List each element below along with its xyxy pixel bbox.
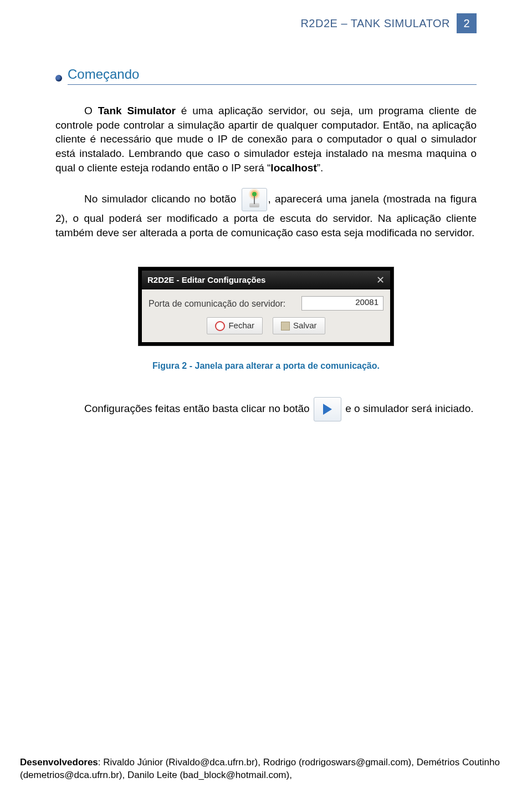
dialog-field-row: Porta de comunicação do servidor: 20081 — [149, 296, 383, 311]
text: No simulador clicando no botão — [84, 193, 241, 205]
text: ”. — [317, 162, 324, 174]
paragraph-3: Configurações feitas então basta clicar … — [55, 397, 477, 421]
text: e o simulador será iniciado. — [342, 403, 474, 414]
stop-icon — [215, 321, 225, 331]
bullet-icon — [55, 75, 62, 82]
page-footer: Desenvolvedores: Rivaldo Júnior (Rivaldo… — [20, 756, 512, 782]
page-header: R2D2E – TANK SIMULATOR 2 — [55, 0, 477, 33]
text: O — [84, 105, 98, 116]
text-bold: localhost — [270, 162, 316, 174]
dialog-title-text: R2D2E - Editar Configurações — [147, 274, 265, 286]
section-title: Começando — [68, 67, 477, 85]
save-icon — [281, 322, 290, 331]
text: Configurações feitas então basta clicar … — [84, 403, 313, 414]
section-heading: Começando — [55, 67, 477, 85]
config-dialog: R2D2E - Editar Configurações ✕ Porta de … — [139, 267, 393, 345]
dialog-actions: Fechar Salvar — [149, 317, 383, 334]
header-title: R2D2E – TANK SIMULATOR — [300, 17, 450, 30]
page-number-badge: 2 — [457, 13, 477, 33]
paragraph-2: No simulador clicando no botão , aparece… — [55, 188, 477, 240]
text-bold: Tank Simulator — [98, 105, 176, 116]
document-page: R2D2E – TANK SIMULATOR 2 Começando O Tan… — [0, 0, 532, 793]
dialog-titlebar: R2D2E - Editar Configurações ✕ — [142, 271, 390, 289]
dialog-field-label: Porta de comunicação do servidor: — [149, 298, 285, 310]
save-button-label: Salvar — [293, 320, 317, 331]
antenna-button-icon — [242, 188, 267, 211]
dialog-body: Porta de comunicação do servidor: 20081 … — [142, 289, 390, 342]
close-button-label: Fechar — [228, 320, 254, 331]
close-button[interactable]: Fechar — [207, 317, 263, 334]
save-button[interactable]: Salvar — [273, 317, 325, 334]
footer-label: Desenvolvedores — [20, 757, 98, 767]
paragraph-1: O Tank Simulator é uma aplicação servido… — [55, 104, 477, 175]
play-button-icon — [314, 397, 341, 421]
body-text: O Tank Simulator é uma aplicação servido… — [55, 104, 477, 421]
figure-caption: Figura 2 - Janela para alterar a porta d… — [55, 360, 477, 372]
port-input[interactable]: 20081 — [301, 296, 383, 311]
close-icon[interactable]: ✕ — [376, 273, 385, 287]
dialog-figure: R2D2E - Editar Configurações ✕ Porta de … — [55, 267, 477, 345]
